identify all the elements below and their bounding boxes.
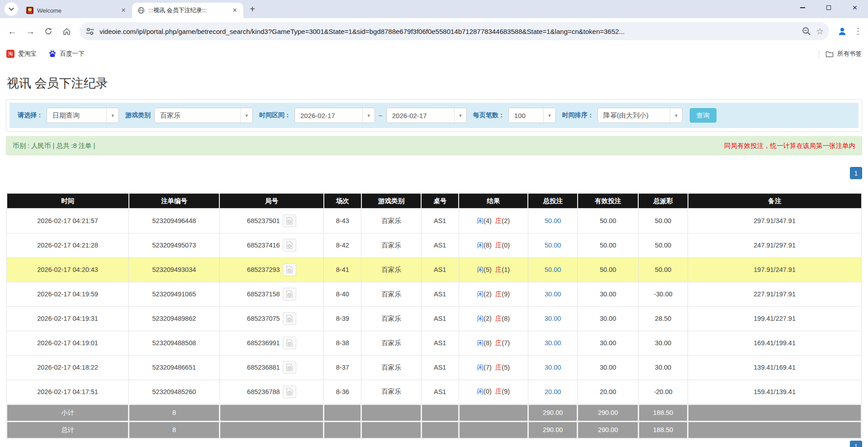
empty-cell: [361, 421, 421, 438]
home-icon: [62, 27, 71, 36]
player-result: 闲: [477, 364, 484, 371]
profile-avatar[interactable]: [835, 24, 850, 39]
game-type-select[interactable]: 百家乐 ▾: [154, 108, 253, 123]
total-bet-link[interactable]: 30.00: [545, 364, 561, 371]
refresh-button[interactable]: [41, 24, 56, 39]
cell-game-type: 百家乐: [361, 331, 421, 355]
page-size-label: 每页笔数：: [473, 111, 505, 119]
empty-cell: [688, 421, 862, 438]
bookmark-aitaobao[interactable]: 淘 爱淘宝: [6, 50, 37, 58]
close-tab-icon[interactable]: ×: [119, 6, 128, 14]
video-replay-button[interactable]: [283, 239, 296, 252]
column-header: 注单编号: [129, 193, 219, 209]
cell-result: 闲(4)庄(2): [459, 209, 528, 233]
empty-cell: [688, 404, 862, 421]
round-id-text: 685236991: [247, 339, 280, 347]
home-button[interactable]: [59, 24, 74, 39]
total-bet-link[interactable]: 50.00: [545, 217, 561, 224]
date-to-select[interactable]: 2026-02-17 ▾: [386, 108, 467, 123]
cell-payout: 30.00: [638, 355, 688, 380]
total-bet-link[interactable]: 30.00: [545, 290, 561, 298]
total-bet-link[interactable]: 20.00: [545, 388, 561, 395]
cell-note: 247.91/297.91: [688, 233, 862, 257]
date-from-select[interactable]: 2026-02-17 ▾: [294, 108, 375, 123]
cell-bet-id: 523209491065: [129, 282, 219, 306]
query-type-select[interactable]: 日期查询 ▾: [47, 108, 119, 123]
sort-select[interactable]: 降幂(由大到小) ▾: [598, 108, 683, 123]
cell-time: 2026-02-17 04:17:51: [7, 380, 129, 404]
page-size-select[interactable]: 100 ▾: [508, 108, 556, 123]
video-replay-button[interactable]: [283, 385, 296, 398]
cell-session: 8-36: [324, 380, 361, 404]
column-header: 总派彩: [638, 193, 688, 209]
video-replay-button[interactable]: [283, 312, 296, 325]
video-replay-button[interactable]: [283, 337, 296, 349]
video-replay-button[interactable]: [283, 288, 296, 300]
banker-score: (9): [502, 290, 510, 298]
cell-session: 8-43: [324, 209, 361, 233]
close-tab-icon[interactable]: ×: [231, 6, 239, 14]
round-id-text: 685237416: [247, 242, 280, 249]
maximize-button[interactable]: [816, 0, 842, 15]
page-content: 视讯 会员下注纪录 请选择： 日期查询 ▾ 游戏类别 百家乐 ▾ 时间区间： 2…: [0, 75, 868, 447]
url-bar[interactable]: videoie.com/ipl/portal.php/game/betrecor…: [80, 22, 829, 40]
video-replay-button[interactable]: [283, 361, 296, 374]
empty-cell: [361, 404, 421, 421]
total-bet-link[interactable]: 30.00: [545, 339, 561, 347]
round-id-text: 685237158: [247, 290, 280, 298]
player-result: 闲: [477, 217, 484, 224]
page-number-button[interactable]: 1: [850, 167, 862, 179]
bookmark-baidu[interactable]: 百度一下: [48, 50, 85, 58]
tab-betrecord-active[interactable]: :::视讯 会员下注纪录::: ×: [132, 3, 243, 18]
player-result: 闲: [477, 339, 484, 347]
total-bet-link[interactable]: 50.00: [545, 242, 561, 249]
cell-game-type: 百家乐: [361, 306, 421, 331]
zoom-icon[interactable]: [802, 26, 811, 36]
banker-score: (2): [502, 217, 510, 224]
cell-round-id: 685237293: [219, 257, 324, 282]
query-button[interactable]: 查询: [690, 108, 716, 123]
video-file-icon: [286, 266, 293, 274]
cell-payout: 50.00: [638, 257, 688, 282]
minimize-button[interactable]: [789, 0, 816, 15]
cell-time: 2026-02-17 04:19:59: [7, 282, 129, 306]
site-settings-icon[interactable]: [85, 26, 95, 36]
tab-welcome[interactable]: Welcome ×: [21, 3, 132, 18]
total-bet-link[interactable]: 30.00: [545, 315, 561, 322]
cell-bet-id: 523209485260: [129, 380, 219, 404]
column-header: 备注: [688, 193, 862, 209]
new-tab-button[interactable]: +: [246, 3, 259, 15]
page-number-button[interactable]: 1: [850, 441, 862, 447]
cell-table-no: AS1: [421, 380, 459, 404]
table-row: 2026-02-17 04:17:51 523209485260 6852367…: [7, 380, 862, 404]
cell-valid-bet: 30.00: [578, 306, 638, 331]
back-button[interactable]: ←: [5, 24, 20, 39]
video-replay-button[interactable]: [283, 214, 296, 227]
taobao-icon: 淘: [6, 50, 14, 58]
total-total-bet: 290.00: [528, 421, 578, 438]
close-window-button[interactable]: ×: [842, 0, 868, 15]
table-row: 2026-02-17 04:20:43 523209493034 6852372…: [7, 257, 862, 282]
player-result: 闲: [477, 242, 484, 249]
currency-summary: 币别 : 人民币 | 总共 :8 注单 |: [13, 142, 95, 150]
browser-menu-button[interactable]: ⋮: [853, 26, 863, 36]
forward-button[interactable]: →: [23, 24, 38, 39]
chevron-down-icon: [9, 7, 14, 11]
tab-search-button[interactable]: [5, 2, 18, 16]
tilde-separator: ~: [379, 112, 383, 119]
cell-table-no: AS1: [421, 257, 459, 282]
video-replay-button[interactable]: [283, 263, 296, 276]
sort-value: 降幂(由大到小): [598, 111, 670, 120]
cell-total-bet: 50.00: [528, 257, 578, 282]
player-result: 闲: [477, 266, 484, 273]
url-text[interactable]: videoie.com/ipl/portal.php/game/betrecor…: [100, 28, 797, 35]
cell-total-bet: 50.00: [528, 233, 578, 257]
all-bookmarks-button[interactable]: 所有书签: [825, 50, 862, 58]
subtotal-count: 8: [129, 404, 219, 421]
empty-cell: [421, 421, 459, 438]
bookmark-star-icon[interactable]: ☆: [816, 26, 824, 37]
filter-panel: 请选择： 日期查询 ▾ 游戏类别 百家乐 ▾ 时间区间： 2026-02-17 …: [6, 99, 862, 132]
cell-bet-id: 523209493034: [129, 257, 219, 282]
bet-records-table: 时间注单编号局号场次游戏类别桌号结果总投注有效投注总派彩备注 2026-02-1…: [6, 193, 862, 439]
total-bet-link[interactable]: 50.00: [545, 266, 561, 273]
